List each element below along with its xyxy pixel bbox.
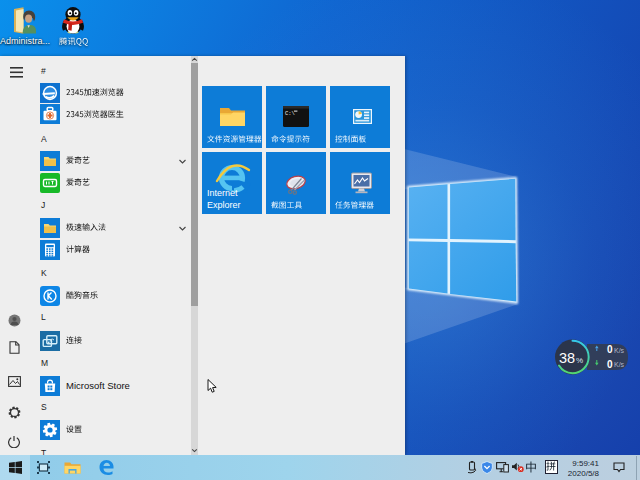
svg-text:K/s: K/s <box>614 347 625 354</box>
svg-text:0: 0 <box>607 344 613 355</box>
svg-text:C:\: C:\ <box>285 110 295 117</box>
svg-text:%: % <box>576 356 583 365</box>
svg-text:0: 0 <box>607 359 613 370</box>
svg-text:K/s: K/s <box>614 361 625 368</box>
svg-text:38: 38 <box>559 350 575 366</box>
